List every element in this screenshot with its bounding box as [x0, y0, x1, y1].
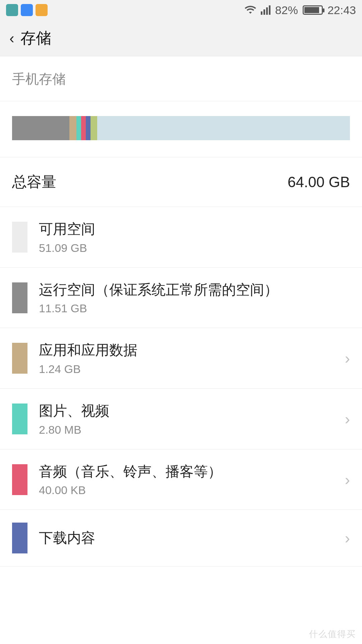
s-icon — [36, 4, 48, 16]
swatch-audio — [12, 464, 27, 495]
shield-icon — [21, 4, 33, 16]
section-header-phone-storage: 手机存储 — [0, 56, 362, 101]
storage-row-system: 运行空间（保证系统正常所需的空间）11.51 GB — [0, 268, 362, 328]
status-bar-app-icons — [6, 4, 48, 16]
row-title: 运行空间（保证系统正常所需的空间） — [39, 280, 350, 300]
storage-row-downloads[interactable]: 下载内容› — [0, 510, 362, 567]
swatch-available — [12, 222, 27, 253]
chevron-right-icon: › — [338, 410, 350, 428]
row-title: 下载内容 — [39, 529, 338, 548]
gallery-icon — [6, 4, 18, 16]
storage-usage-bar — [0, 101, 362, 157]
row-title: 音频（音乐、铃声、播客等） — [39, 462, 338, 481]
page-title: 存储 — [20, 28, 51, 49]
swatch-apps — [12, 343, 27, 374]
status-bar: 82% 22:43 — [0, 0, 362, 20]
total-capacity-value: 64.00 GB — [288, 174, 350, 191]
chevron-right-icon: › — [338, 349, 350, 367]
row-title: 应用和应用数据 — [39, 341, 338, 360]
row-sub: 11.51 GB — [39, 302, 350, 315]
bar-segment-audio — [81, 116, 86, 140]
clock: 22:43 — [327, 4, 356, 17]
row-text: 音频（音乐、铃声、播客等）40.00 KB — [39, 462, 338, 497]
row-text: 下载内容 — [39, 529, 338, 548]
storage-row-available: 可用空间51.09 GB — [0, 207, 362, 268]
bar-segment-other — [90, 116, 97, 140]
battery-icon — [303, 5, 323, 15]
storage-row-apps[interactable]: 应用和应用数据1.24 GB› — [0, 328, 362, 389]
bar-segment-pictures — [76, 116, 81, 140]
row-text: 运行空间（保证系统正常所需的空间）11.51 GB — [39, 280, 350, 315]
row-sub: 1.24 GB — [39, 363, 338, 376]
storage-row-audio[interactable]: 音频（音乐、铃声、播客等）40.00 KB› — [0, 449, 362, 510]
row-title: 图片、视频 — [39, 401, 338, 421]
wifi-icon — [245, 4, 256, 17]
row-title: 可用空间 — [39, 220, 350, 239]
bar-segment-free — [97, 116, 350, 140]
bar-segment-downloads — [86, 116, 90, 140]
status-bar-right: 82% 22:43 — [245, 4, 356, 17]
total-capacity-row: 总容量 64.00 GB — [0, 157, 362, 207]
row-sub: 2.80 MB — [39, 423, 338, 436]
row-text: 应用和应用数据1.24 GB — [39, 341, 338, 376]
signal-icon — [261, 5, 270, 15]
row-sub: 40.00 KB — [39, 484, 338, 497]
page-header: ‹ 存储 — [0, 20, 362, 56]
total-capacity-label: 总容量 — [12, 172, 56, 192]
swatch-system — [12, 282, 27, 313]
storage-row-pictures[interactable]: 图片、视频2.80 MB› — [0, 389, 362, 449]
battery-percent: 82% — [275, 4, 298, 17]
row-text: 图片、视频2.80 MB — [39, 401, 338, 436]
swatch-downloads — [12, 523, 27, 553]
swatch-pictures — [12, 404, 27, 434]
chevron-right-icon: › — [338, 529, 350, 547]
row-text: 可用空间51.09 GB — [39, 220, 350, 255]
row-sub: 51.09 GB — [39, 241, 350, 255]
bar-segment-system — [12, 116, 69, 140]
watermark: 什么值得买 — [309, 628, 356, 640]
back-icon[interactable]: ‹ — [9, 31, 14, 46]
bar-segment-apps — [69, 116, 76, 140]
chevron-right-icon: › — [338, 471, 350, 489]
